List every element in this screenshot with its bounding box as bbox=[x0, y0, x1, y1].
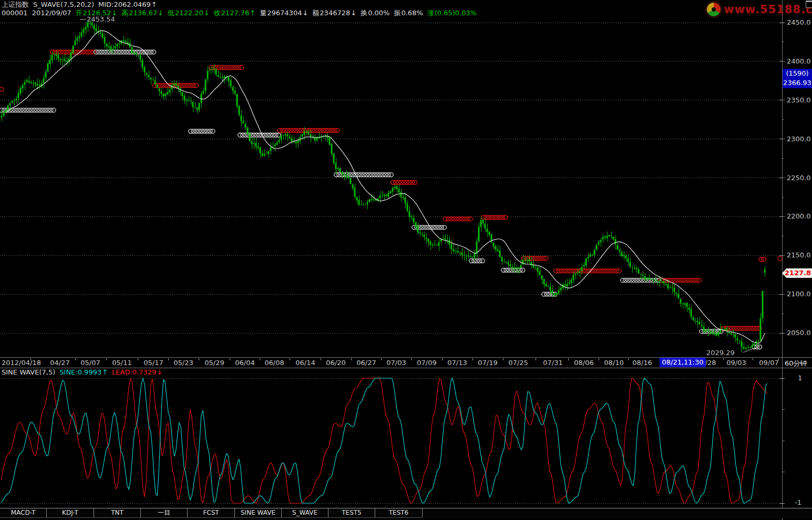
date-axis-label: 06/14 bbox=[295, 359, 315, 367]
chart-svg bbox=[0, 0, 812, 520]
tab-macd-t[interactable]: MACD-T bbox=[0, 508, 47, 517]
watermark-url: www.55188.com bbox=[724, 3, 812, 16]
date-axis-label: 05/29 bbox=[204, 359, 224, 367]
tab-s-wave[interactable]: S_WAVE bbox=[282, 508, 328, 517]
date-axis-label: 04/27 bbox=[50, 359, 69, 367]
text-segment: ↑ bbox=[151, 1, 157, 8]
text-segment: ↓ bbox=[158, 9, 163, 17]
chart-header-line1: 上证指数S_WAVE(7,5,20,2)MID:2062.0469↑ bbox=[2, 1, 161, 8]
sine-axis-bottom-label: -1 bbox=[795, 498, 801, 506]
text-segment: 2346728 bbox=[320, 9, 350, 17]
price-axis-label: 2450.0 bbox=[787, 18, 812, 26]
text-segment: 高 bbox=[121, 9, 128, 17]
text-segment: ↑ bbox=[102, 368, 108, 376]
text-segment: 2012/09/07 bbox=[32, 9, 71, 17]
tab-kdj-t[interactable]: KDJ-T bbox=[47, 508, 94, 517]
price-axis-label: 2150.0 bbox=[787, 251, 812, 259]
indicator-tab-bar: MACD-TKDJ-TTNT一目FCSTSINE WAVES_WAVETEST5… bbox=[0, 508, 812, 518]
text-segment: 0.00% bbox=[368, 9, 389, 17]
date-axis-label: 05/07 bbox=[80, 359, 100, 367]
text-segment: 收 bbox=[214, 9, 221, 17]
date-axis-label: 06/04 bbox=[235, 359, 254, 367]
text-segment: S_WAVE(7,5,20,2) bbox=[33, 1, 94, 8]
date-axis-label: 06/08 bbox=[264, 359, 284, 367]
text-segment: 2136.67 bbox=[129, 9, 157, 17]
cursor-bar-index: (1590) bbox=[783, 69, 812, 78]
text-segment: ↑ bbox=[250, 9, 255, 17]
tab-tnt[interactable]: TNT bbox=[94, 508, 141, 517]
text-segment: 29674304 bbox=[267, 9, 302, 17]
text-segment: 2127.76 bbox=[221, 9, 250, 17]
text-segment: 振 bbox=[394, 9, 400, 17]
date-axis-label: 07/13 bbox=[447, 359, 467, 367]
tab-fcst[interactable]: FCST bbox=[188, 508, 235, 517]
text-segment: ↓ bbox=[302, 9, 308, 17]
text-segment: 额 bbox=[312, 9, 319, 17]
text-segment: 2122.20 bbox=[175, 9, 203, 17]
date-axis-label: 05/11 bbox=[112, 359, 131, 367]
date-axis-label: 07/03 bbox=[386, 359, 406, 367]
text-segment: 换 bbox=[361, 9, 367, 17]
last-price-tag: 2127.8 bbox=[782, 268, 812, 278]
text-segment: 量 bbox=[260, 9, 266, 17]
date-axis-label: 08/16 bbox=[632, 359, 652, 367]
price-axis-label: 2100.0 bbox=[787, 290, 812, 298]
tab-test6[interactable]: TEST6 bbox=[375, 508, 423, 517]
window-restore-icon[interactable] bbox=[806, 1, 812, 8]
tab--[interactable]: 一目 bbox=[141, 508, 188, 517]
date-axis-highlight: 08/21,11:30 bbox=[660, 358, 706, 367]
tab-test5[interactable]: TEST5 bbox=[328, 508, 375, 517]
price-axis-label: 2250.0 bbox=[787, 174, 812, 182]
price-axis-label: 2300.0 bbox=[787, 135, 812, 143]
text-segment: 000001 bbox=[2, 9, 28, 17]
sine-axis-top-label: 1 bbox=[798, 374, 802, 382]
tab-sine-wave[interactable]: SINE WAVE bbox=[235, 508, 282, 517]
cursor-value-box: (1590) 2366.93 bbox=[783, 69, 812, 88]
trough-price-annotation: 2029.29 bbox=[706, 349, 735, 357]
text-segment: 开 bbox=[76, 9, 83, 17]
date-axis-label: 09/07 bbox=[759, 359, 778, 367]
text-segment: ↓ bbox=[157, 368, 162, 376]
date-axis-label: 05/17 bbox=[143, 359, 163, 367]
text-segment: 涨 bbox=[427, 9, 434, 17]
peak-price-annotation: 2453.54 bbox=[87, 15, 115, 23]
chart-header-line2: 0000012012/09/07开2126.52↓高2136.67↓低2122.… bbox=[2, 9, 481, 17]
date-axis-label: 06/27 bbox=[356, 359, 376, 367]
text-segment: 低 bbox=[168, 9, 174, 17]
text-segment: 上证指数 bbox=[2, 1, 29, 8]
text-segment: SINE:0.9993 bbox=[59, 368, 101, 376]
price-axis-label: 2200.0 bbox=[787, 212, 812, 220]
text-segment: 0.68% bbox=[401, 9, 423, 17]
date-axis-label: 08/10 bbox=[604, 359, 623, 367]
text-segment: ↓ bbox=[351, 9, 356, 17]
date-axis-label: 05/23 bbox=[173, 359, 193, 367]
price-axis-label: 2350.0 bbox=[787, 96, 812, 104]
sine-pane-header: SINE WAVE(7,5)SINE:0.9993↑LEAD:0.7329↓ bbox=[2, 368, 167, 376]
price-axis-label: 2400.0 bbox=[787, 57, 812, 65]
date-axis-label: 06/20 bbox=[326, 359, 345, 367]
date-axis-label: 08/06 bbox=[574, 359, 593, 367]
date-axis-label: 07/19 bbox=[478, 359, 497, 367]
date-axis-label: 07/31 bbox=[543, 359, 562, 367]
date-axis-label: 07/09 bbox=[417, 359, 436, 367]
date-axis-label: /28 bbox=[705, 359, 716, 367]
text-segment: (0.65)0.03% bbox=[435, 9, 477, 17]
stock-chart-app: { "header": { "line1": [ ["上证指数","t",1],… bbox=[0, 0, 812, 520]
date-axis-label: 07/25 bbox=[508, 359, 528, 367]
cursor-price: 2366.93 bbox=[783, 78, 812, 88]
date-axis-label: 2012/04/18 bbox=[2, 359, 41, 367]
period-label[interactable]: 60分钟 bbox=[785, 359, 807, 368]
text-segment: MID:2062.0469 bbox=[98, 1, 151, 8]
price-axis-label: 2050.0 bbox=[787, 329, 812, 337]
text-segment: ↓ bbox=[204, 9, 210, 17]
text-segment: LEAD:0.7329 bbox=[112, 368, 156, 376]
watermark-logo: www.55188.com bbox=[705, 1, 812, 18]
date-axis-label: 09/03 bbox=[726, 359, 746, 367]
text-segment: SINE WAVE(7,5) bbox=[2, 368, 55, 376]
swirl-logo-icon bbox=[705, 1, 722, 18]
